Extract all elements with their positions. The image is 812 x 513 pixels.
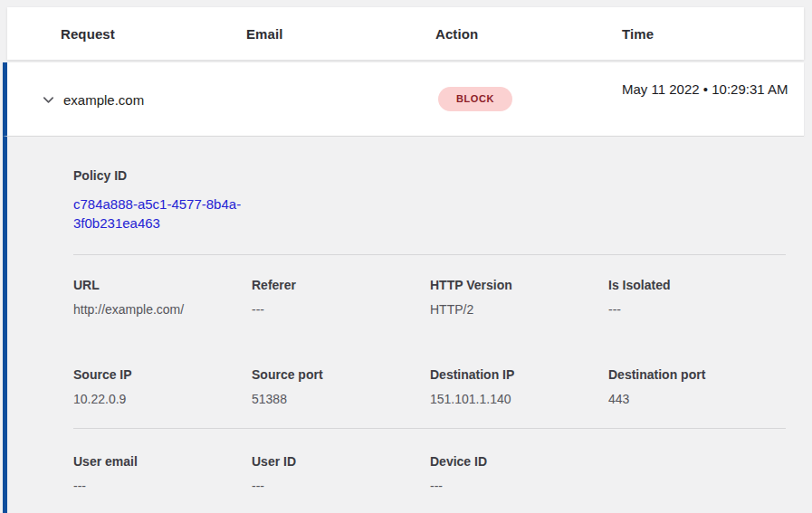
detail-field-http-version: HTTP Version HTTP/2 <box>430 278 608 317</box>
detail-row-http: URL http://example.com/ Referer --- HTTP… <box>73 278 786 317</box>
detail-field-device-id: Device ID --- <box>430 454 608 493</box>
detail-field-is-isolated: Is Isolated --- <box>608 278 786 317</box>
detail-field-user-email: User email --- <box>73 454 252 493</box>
field-value: 443 <box>608 392 786 406</box>
field-label: Is Isolated <box>608 278 786 292</box>
field-label: User ID <box>252 454 430 469</box>
field-label: Source port <box>252 367 430 382</box>
detail-field-destination-port: Destination port 443 <box>608 367 786 406</box>
field-label: HTTP Version <box>430 278 608 292</box>
action-status-badge: BLOCK <box>438 87 512 111</box>
column-header-action: Action <box>435 26 478 42</box>
field-value: 10.22.0.9 <box>73 392 252 406</box>
detail-row-user: User email --- User ID --- Device ID --- <box>73 454 786 493</box>
column-header-time: Time <box>622 26 654 42</box>
log-detail-panel: Policy ID c784a888-a5c1-4577-8b4a-3f0b23… <box>3 136 804 513</box>
log-table-header: Request Email Action Time <box>7 7 804 60</box>
gateway-log-viewer: Request Email Action Time example.com BL… <box>0 0 812 513</box>
field-label: Device ID <box>430 454 608 469</box>
detail-field-source-ip: Source IP 10.22.0.9 <box>73 367 252 406</box>
field-label: Source IP <box>73 367 252 382</box>
detail-divider <box>73 428 786 429</box>
field-label: URL <box>73 278 252 292</box>
field-label: Destination IP <box>430 367 608 382</box>
field-value: 51388 <box>252 392 430 406</box>
field-value: --- <box>430 479 608 493</box>
log-table-row[interactable]: example.com BLOCK May 11 2022 • 10:29:31… <box>3 62 804 136</box>
detail-divider <box>73 254 786 255</box>
row-request-value: example.com <box>63 92 144 108</box>
field-value: --- <box>608 302 786 317</box>
chevron-down-icon[interactable] <box>40 91 56 108</box>
policy-id-label: Policy ID <box>73 168 786 183</box>
policy-id-link[interactable]: c784a888-a5c1-4577-8b4a-3f0b231ea463 <box>73 195 263 233</box>
field-value: --- <box>73 479 252 493</box>
detail-row-network: Source IP 10.22.0.9 Source port 51388 De… <box>73 367 786 406</box>
column-header-request: Request <box>61 26 115 42</box>
field-label: Referer <box>252 278 430 292</box>
field-value: --- <box>252 302 430 317</box>
detail-field-empty <box>608 454 786 493</box>
detail-field-referer: Referer --- <box>252 278 430 317</box>
field-label: User email <box>73 454 252 469</box>
field-label: Destination port <box>608 367 786 382</box>
field-value: --- <box>252 479 430 493</box>
detail-field-destination-ip: Destination IP 151.101.1.140 <box>430 367 608 406</box>
detail-field-url: URL http://example.com/ <box>73 278 252 317</box>
column-header-email: Email <box>246 26 283 42</box>
row-time-value: May 11 2022 • 10:29:31 AM <box>622 79 798 100</box>
field-value: HTTP/2 <box>430 302 608 317</box>
field-value: http://example.com/ <box>73 302 252 317</box>
detail-field-user-id: User ID --- <box>252 454 430 493</box>
detail-field-source-port: Source port 51388 <box>252 367 430 406</box>
field-value: 151.101.1.140 <box>430 392 608 406</box>
